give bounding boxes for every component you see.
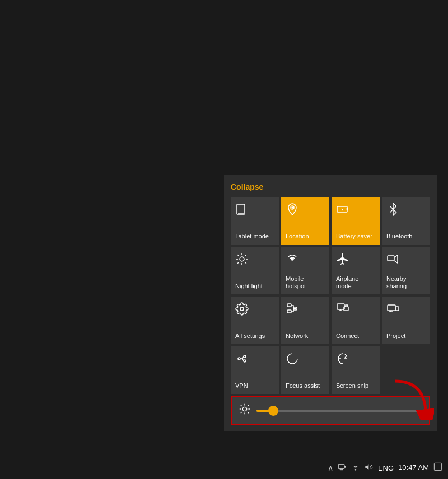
battery-saver-icon [336,203,349,219]
svg-rect-39 [434,463,441,470]
svg-rect-17 [287,304,291,307]
svg-line-32 [241,405,242,406]
tile-nearby-sharing-label: Nearby sharing [386,275,426,290]
screen-snip-icon [336,352,349,369]
tile-screen-snip[interactable]: Screen snip [332,346,380,394]
mobile-hotspot-icon [286,252,299,269]
tile-night-light[interactable]: Night light [231,247,279,294]
taskbar: ∧ ENG 10:47 AM [0,457,448,479]
tile-all-settings-label: All settings [235,332,265,340]
svg-line-11 [237,255,239,256]
tile-network[interactable]: Network [281,297,329,344]
svg-line-12 [245,262,246,264]
svg-point-4 [292,207,293,208]
svg-rect-15 [388,256,394,261]
svg-line-13 [237,262,239,264]
action-center-button[interactable] [433,462,442,473]
brightness-icon [239,403,251,418]
tile-battery-saver[interactable]: Battery saver [332,197,380,245]
system-clock[interactable]: 10:47 AM [398,463,429,473]
nearby-sharing-icon [386,252,400,269]
wifi-icon [351,463,360,473]
tile-project-label: Project [386,332,405,340]
svg-point-25 [244,355,246,358]
tile-tablet-mode[interactable]: Tablet mode [231,197,279,245]
language-indicator[interactable]: ENG [378,464,394,472]
tiles-grid: Tablet mode Location [231,197,430,394]
svg-line-35 [248,405,249,406]
svg-line-14 [245,255,246,256]
project-icon [386,302,400,319]
tile-location-label: Location [286,233,309,240]
tile-connect[interactable]: Connect [332,297,380,344]
tile-airplane-mode-label: Airplane mode [336,275,375,290]
tile-bluetooth-label: Bluetooth [386,233,412,240]
svg-point-38 [355,469,356,470]
tile-vpn-label: VPN [235,382,248,389]
night-light-icon [235,252,249,269]
collapse-button[interactable]: Collapse [231,182,430,197]
connect-icon [336,302,349,319]
tile-project[interactable]: Project [382,297,430,344]
svg-point-26 [244,360,246,362]
svg-rect-20 [337,304,344,309]
system-tray-expand-icon[interactable]: ∧ [328,463,333,472]
tile-nearby-sharing[interactable]: Nearby sharing [382,247,430,294]
network-icon [286,302,299,319]
tile-mobile-hotspot-label: Mobile hotspot [286,275,325,290]
volume-icon [365,463,374,473]
tile-tablet-mode-label: Tablet mode [235,233,269,240]
svg-line-34 [241,412,242,413]
tile-location[interactable]: Location [281,197,329,245]
svg-rect-37 [344,466,346,467]
vpn-icon [235,352,249,369]
svg-rect-22 [388,305,395,311]
tile-network-label: Network [286,332,308,340]
all-settings-icon [235,302,249,319]
tile-battery-saver-label: Battery saver [336,233,372,240]
tile-night-light-label: Night light [235,283,263,290]
tile-focus-assist[interactable]: Focus assist [281,346,329,394]
airplane-mode-icon [336,252,349,269]
tile-screen-snip-label: Screen snip [336,382,368,389]
tile-airplane-mode[interactable]: Airplane mode [332,247,380,294]
tile-vpn[interactable]: VPN [231,346,279,394]
svg-point-16 [240,307,244,311]
tile-focus-assist-label: Focus assist [286,382,320,389]
tile-connect-label: Connect [336,332,359,340]
tile-all-settings[interactable]: All settings [231,297,279,344]
collapse-label: Collapse [231,182,263,191]
bluetooth-icon [386,203,400,219]
svg-rect-36 [338,464,344,468]
location-icon [286,203,299,219]
svg-point-27 [242,407,246,411]
focus-assist-icon [286,352,299,369]
tile-mobile-hotspot[interactable]: Mobile hotspot [281,247,329,294]
tile-bluetooth[interactable]: Bluetooth [382,197,430,245]
taskbar-pc-icon [338,463,347,473]
svg-rect-18 [287,310,291,313]
svg-point-6 [240,257,244,261]
svg-rect-23 [395,307,399,311]
svg-point-24 [238,358,240,360]
slider-thumb[interactable] [268,406,278,416]
tablet-mode-icon [235,203,249,219]
svg-line-33 [248,412,249,413]
